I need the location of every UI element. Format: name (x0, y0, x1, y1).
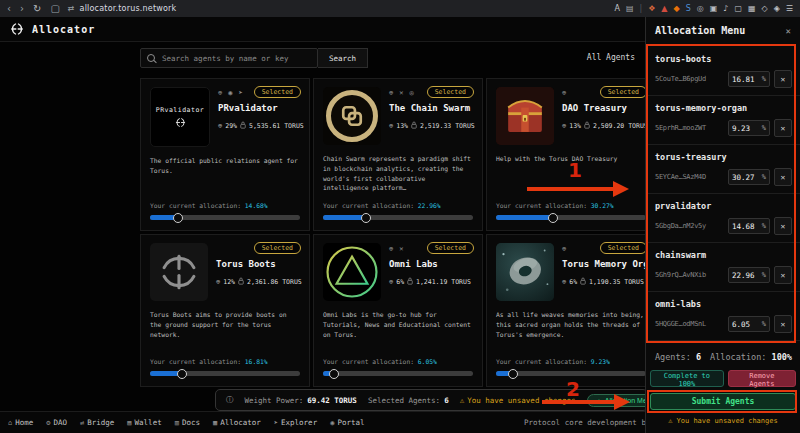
entry-remove-button[interactable]: ✕ (774, 70, 792, 88)
media-icon[interactable]: ♪ (723, 0, 728, 17)
reader-mode-icon[interactable]: ▤ (626, 0, 634, 17)
agent-description: Help with the Torus DAO Treasury (496, 154, 646, 164)
footer-item-bridge[interactable]: ⇄Bridge (80, 418, 114, 427)
discord-icon[interactable]: ◉ (228, 89, 232, 98)
entry-remove-button[interactable]: ✕ (774, 119, 792, 137)
menu-icon[interactable]: ☰ (786, 0, 793, 17)
footer-item-allocator[interactable]: ▦Allocator (213, 418, 261, 427)
footer-item-home[interactable]: ⌂Home (8, 418, 33, 427)
globe-icon[interactable]: ⊕ (389, 245, 393, 254)
agent-card-torus-boots[interactable]: Torus Boots⊕12%2,361.86 TORUSSelectedTor… (140, 234, 310, 387)
allocation-slider[interactable] (496, 215, 646, 220)
fox-extension-icon[interactable]: ◆ (674, 0, 680, 17)
percent-suffix: % (762, 75, 766, 83)
entry-agent-name: chainswarm (655, 250, 792, 260)
allocation-value: 14.68% (245, 202, 268, 209)
slider-handle[interactable] (173, 213, 183, 223)
slider-handle[interactable] (361, 213, 371, 223)
reload-icon[interactable]: ↻ (33, 0, 41, 17)
agent-description: Chain Swarm represents a paradigm shift … (323, 154, 473, 193)
network-percent: 13% (569, 122, 581, 130)
agent-card-prvalidator[interactable]: PRvalidator⊕◉➤PRvalidator⊕29%5,535.61 TO… (140, 78, 310, 231)
x-icon[interactable]: ✕ (399, 245, 403, 254)
divider: | (639, 0, 642, 17)
all-agents-filter[interactable]: All Agents (587, 53, 635, 62)
send-icon[interactable]: ➤ (238, 89, 242, 98)
diamond-icon[interactable]: ◇ (762, 0, 768, 17)
search-box[interactable] (140, 48, 318, 68)
footer-item-dao[interactable]: ⚙DAO (46, 418, 67, 427)
search-button[interactable]: Search (318, 48, 368, 68)
entry-remove-button[interactable]: ✕ (774, 168, 792, 186)
allocation-slider[interactable] (496, 371, 646, 376)
allocation-slider[interactable] (150, 215, 300, 220)
allocation-slider[interactable] (150, 371, 300, 376)
footer-item-wallet[interactable]: ▤Wallet (127, 418, 161, 427)
allocation-entry-prvalidator: prvalidator5GbgDa…nM2v5y14.68%✕ (646, 194, 800, 243)
allocation-slider[interactable] (323, 215, 473, 220)
allocation-summary: Agents: 6 Allocation: 100% (655, 352, 792, 362)
agent-card-chainswarm[interactable]: ⊕✕◎The Chain Swarm⊕13%2,519.33 TORUSSele… (313, 78, 483, 231)
slider-handle[interactable] (329, 369, 339, 379)
agent-name: The Chain Swarm (389, 103, 473, 113)
entry-percent-input[interactable]: 6.05% (728, 316, 770, 332)
circle-extension-icon[interactable]: ◎ (697, 0, 704, 17)
entry-remove-button[interactable]: ✕ (774, 315, 792, 333)
entry-percent-input[interactable]: 22.96% (728, 267, 770, 283)
allocation-value: 22.96% (418, 202, 441, 209)
globe-icon[interactable]: ⊕ (218, 89, 222, 98)
slider-handle[interactable] (548, 213, 558, 223)
footer-item-portal[interactable]: ◉Portal (330, 418, 364, 427)
video-icon[interactable]: ▦ (748, 0, 756, 17)
agent-name: Omni Labs (389, 259, 473, 269)
globe-icon: ⊕ (389, 122, 393, 130)
footer-item-docs[interactable]: ▥Docs (175, 418, 200, 427)
portal-icon: ◉ (330, 419, 334, 427)
entry-percent-input[interactable]: 30.27% (728, 169, 770, 185)
allocation-slider[interactable] (323, 371, 473, 376)
agent-card-torus-memory-organ[interactable]: ⊕Torus Memory Organ⊕6%1,190.35 TORUSSele… (486, 234, 656, 387)
adblock-extension-icon[interactable]: ▲ (661, 0, 667, 17)
frame-extension-icon[interactable]: ▣ (710, 0, 718, 17)
bookmark-icon[interactable]: ▢ (50, 0, 59, 17)
allocation-row: Your current allocation: 6.05% (323, 358, 437, 365)
forward-icon[interactable]: › (20, 0, 24, 17)
password-extension-icon[interactable]: S (686, 0, 691, 17)
globe-icon[interactable]: ⊕ (562, 89, 566, 98)
x-icon[interactable]: ✕ (399, 89, 403, 98)
slider-handle[interactable] (177, 369, 187, 379)
entry-remove-button[interactable]: ✕ (774, 266, 792, 284)
selected-agents-label: Selected Agents: (368, 396, 440, 405)
entry-agent-address: 5HQGGE…odMSnL (655, 320, 728, 328)
location-icon[interactable]: ◈ (774, 0, 780, 17)
slider-handle[interactable] (508, 369, 518, 379)
globe-icon[interactable]: ⊕ (562, 245, 566, 254)
explorer-icon: ➤ (274, 419, 278, 427)
sidebar-icon[interactable]: ▢ (734, 0, 742, 17)
address-bar[interactable]: ⇄ allocator.torus.network (68, 4, 177, 13)
url-text[interactable]: allocator.torus.network (80, 4, 177, 13)
remove-agents-button[interactable]: Remove Agents (728, 370, 796, 387)
entry-percent-input[interactable]: 14.68% (728, 218, 770, 234)
translate-icon[interactable]: A (614, 0, 619, 17)
agent-card-dao-treasury[interactable]: ⊕DAO Treasury⊕13%2,509.20 TORUSSelectedH… (486, 78, 656, 231)
entry-agent-name: omni-labs (655, 299, 792, 309)
back-icon[interactable]: ‹ (7, 0, 11, 17)
agent-card-omni-labs[interactable]: ⊕✕Omni Labs⊕6%1,241.19 TORUSSelectedOmni… (313, 234, 483, 387)
footer-item-explorer[interactable]: ➤Explorer (274, 418, 317, 427)
globe-icon[interactable]: ⊕ (389, 89, 393, 98)
close-icon[interactable]: ✕ (786, 26, 791, 36)
torus-glyph-icon (158, 251, 200, 293)
entry-percent-input[interactable]: 16.81% (728, 71, 770, 87)
lock-icon (584, 121, 590, 131)
entry-agent-name: torus-boots (655, 54, 792, 64)
shield-extension-icon[interactable]: ❖ (648, 0, 655, 17)
complete-to-100-button[interactable]: Complete to 100% (650, 370, 724, 387)
entry-percent-input[interactable]: 9.23% (728, 120, 770, 136)
github-icon[interactable]: ◎ (409, 89, 413, 98)
lock-icon (238, 277, 244, 287)
submit-agents-button[interactable]: Submit Agents (650, 393, 796, 410)
entry-remove-button[interactable]: ✕ (774, 217, 792, 235)
entry-agent-address: 5GbgDa…nM2v5y (655, 222, 728, 230)
search-input[interactable] (160, 53, 311, 64)
